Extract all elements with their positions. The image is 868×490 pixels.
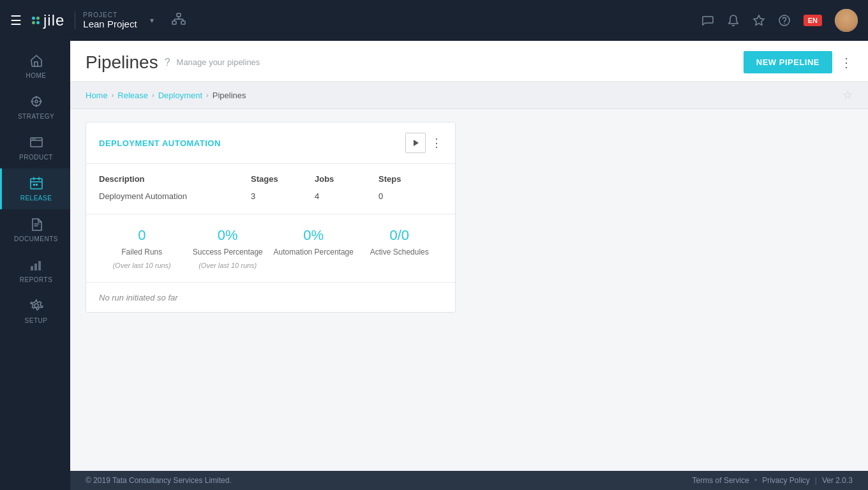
svg-rect-16 [36, 184, 38, 186]
hamburger-button[interactable]: ☰ [10, 13, 22, 28]
svg-rect-1 [172, 21, 176, 24]
page-more-button[interactable]: ⋮ [840, 55, 853, 70]
pipeline-card-header: DEPLOYMENT AUTOMATION ⋮ [86, 122, 455, 164]
sidebar-item-setup[interactable]: SETUP [0, 291, 70, 332]
sidebar-label-product: PRODUCT [19, 154, 53, 161]
page-header: Pipelines ? Manage your pipelines NEW PI… [70, 41, 868, 82]
footer-copyright: © 2019 Tata Consultancy Services Limited… [86, 476, 232, 485]
sidebar-label-setup: SETUP [25, 317, 48, 324]
help-button[interactable] [778, 14, 791, 27]
sidebar-item-release[interactable]: RELEASE [0, 168, 70, 209]
reports-icon [29, 258, 43, 274]
pipeline-table-header: Description Stages Jobs Steps [99, 174, 442, 184]
pipeline-footer: No run initiated so far [86, 283, 455, 312]
page-title-area: Pipelines ? Manage your pipelines [86, 52, 260, 73]
logo-dot-2 [36, 17, 40, 20]
release-icon [29, 176, 43, 192]
breadcrumb-home[interactable]: Home [86, 91, 108, 100]
stat-automation-pct: 0% Automation Percentage [271, 227, 357, 269]
logo-dot-3 [32, 21, 35, 24]
sidebar-label-documents: DOCUMENTS [14, 235, 58, 242]
footer-terms-link[interactable]: Terms of Service [692, 476, 749, 485]
jile-logo: jile [32, 11, 64, 29]
svg-point-12 [32, 138, 33, 140]
pipeline-more-button[interactable]: ⋮ [431, 136, 442, 150]
logo-dot-4 [36, 21, 40, 24]
cell-description: Deployment Automation [99, 189, 251, 204]
favorites-button[interactable] [752, 14, 765, 27]
page-help-icon[interactable]: ? [165, 57, 170, 68]
svg-point-20 [34, 304, 38, 308]
documents-icon [29, 217, 43, 233]
avatar-image [835, 9, 858, 32]
project-dropdown-icon[interactable]: ▾ [150, 16, 154, 25]
project-name: Lean Project [83, 19, 137, 29]
svg-rect-0 [177, 13, 181, 17]
page-subtitle: Manage your pipelines [177, 57, 260, 67]
sidebar-item-reports[interactable]: REPORTS [0, 250, 70, 291]
success-pct-sub: (Over last 10 runs) [198, 262, 257, 269]
svg-point-9 [35, 100, 38, 103]
sidebar-item-documents[interactable]: DOCUMENTS [0, 209, 70, 250]
sidebar-label-release: RELEASE [20, 195, 52, 202]
logo-text: jile [43, 11, 64, 29]
cell-jobs: 4 [315, 189, 378, 204]
failed-runs-value: 0 [138, 227, 146, 244]
user-avatar[interactable] [835, 9, 858, 32]
cell-stages: 3 [251, 189, 315, 204]
col-jobs: Jobs [315, 174, 378, 184]
automation-pct-label: Automation Percentage [274, 248, 354, 258]
failed-runs-label: Failed Runs [121, 248, 162, 258]
hamburger-icon: ☰ [10, 13, 22, 27]
sidebar-item-product[interactable]: PRODUCT [0, 128, 70, 168]
cell-steps: 0 [378, 189, 442, 204]
sidebar-label-reports: REPORTS [20, 276, 53, 283]
pipeline-stats: 0 Failed Runs (Over last 10 runs) 0% Suc… [86, 214, 455, 283]
sidebar-item-home[interactable]: HOME [0, 46, 70, 87]
sidebar-item-strategy[interactable]: STRATEGY [0, 87, 70, 128]
svg-rect-17 [31, 266, 33, 271]
svg-marker-21 [414, 140, 419, 146]
svg-rect-19 [38, 261, 41, 271]
main-layout: HOME STRATEGY PRODUCT [0, 41, 868, 490]
top-header: ☰ jile PROJECT Lean Project ▾ [0, 0, 868, 41]
project-label: PROJECT [83, 11, 137, 19]
org-chart-icon[interactable] [172, 12, 186, 29]
success-pct-label: Success Percentage [193, 248, 263, 258]
footer-privacy-link[interactable]: Privacy Policy [762, 476, 810, 485]
breadcrumb-star-icon[interactable]: ☆ [842, 88, 853, 102]
pipeline-play-button[interactable] [405, 133, 426, 153]
page-body: DEPLOYMENT AUTOMATION ⋮ Description [70, 109, 868, 471]
breadcrumb-release[interactable]: Release [117, 91, 148, 100]
footer: © 2019 Tata Consultancy Services Limited… [70, 471, 868, 490]
new-pipeline-button[interactable]: NEW PIPELINE [744, 51, 832, 73]
sidebar: HOME STRATEGY PRODUCT [0, 41, 70, 490]
footer-divider-2: | [815, 476, 817, 485]
breadcrumb-sep-2: › [152, 91, 154, 99]
breadcrumb-sep-1: › [112, 91, 114, 99]
home-icon [29, 54, 43, 70]
failed-runs-sub: (Over last 10 runs) [113, 262, 171, 269]
col-stages: Stages [251, 174, 315, 184]
svg-rect-2 [181, 21, 185, 24]
notification-button[interactable] [727, 14, 740, 27]
breadcrumb-pipelines: Pipelines [213, 91, 246, 100]
automation-pct-value: 0% [303, 227, 324, 244]
breadcrumb-deployment[interactable]: Deployment [158, 91, 202, 100]
active-schedules-label: Active Schedules [370, 248, 429, 258]
sidebar-label-strategy: STRATEGY [18, 113, 54, 120]
sidebar-label-home: HOME [26, 72, 47, 79]
logo-dot-1 [32, 17, 35, 20]
content-area: Pipelines ? Manage your pipelines NEW PI… [70, 41, 868, 490]
chat-button[interactable] [701, 14, 714, 27]
logo-dots [32, 17, 40, 24]
stat-success-pct: 0% Success Percentage (Over last 10 runs… [185, 227, 271, 269]
breadcrumb: Home › Release › Deployment › Pipelines [86, 91, 246, 100]
success-pct-value: 0% [218, 227, 238, 244]
project-info: PROJECT Lean Project [75, 11, 137, 29]
language-badge[interactable]: EN [804, 15, 822, 26]
footer-divider-1: • [754, 476, 757, 485]
no-run-text: No run initiated so far [99, 293, 178, 302]
product-icon [29, 135, 43, 151]
stat-failed-runs: 0 Failed Runs (Over last 10 runs) [99, 227, 185, 269]
